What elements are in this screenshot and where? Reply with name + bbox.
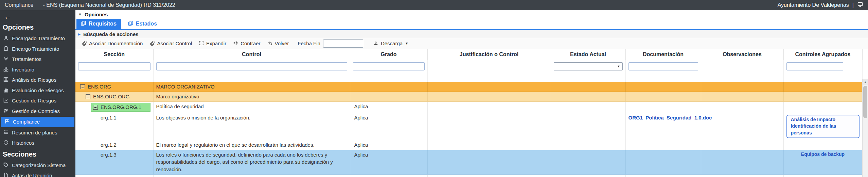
toolbar: Asociar Documentación Asociar Control Ex…: [75, 38, 868, 49]
empty-cell: [551, 174, 625, 177]
empty-cell: [625, 174, 701, 177]
table-row-org-1-2[interactable]: org.1.2 El marco legal y regulatorio en …: [75, 140, 862, 150]
column-header-control: Control: [153, 49, 350, 60]
sidebar-item-categorizacion-sistema[interactable]: Categorización Sistema: [0, 160, 75, 171]
fecha-fin-label: Fecha Fin: [298, 41, 320, 46]
collapse-caret-icon[interactable]: ▼: [78, 12, 82, 16]
cell-controles-agrupados: Equipos de backup: [783, 150, 862, 174]
empty-cell: [701, 82, 783, 92]
sliders-icon: [3, 108, 8, 115]
empty-cell: [701, 102, 783, 113]
sidebar-header-opciones: Opciones: [0, 21, 75, 33]
sidebar-item-encargo-tratamiento[interactable]: Encargo Tratamiento: [0, 44, 75, 54]
asociar-control-button[interactable]: Asociar Control: [146, 39, 195, 48]
download-icon: [373, 41, 378, 46]
tab-estados[interactable]: Estados: [124, 19, 161, 29]
filter-cell-empty: [427, 60, 551, 82]
contraer-button[interactable]: Contraer: [230, 39, 264, 48]
document-link[interactable]: ORG1_Política_Seguridad_1.0.doc: [628, 115, 712, 120]
control-link[interactable]: Análisis de Impacto: [791, 116, 855, 123]
filter-cell: [625, 60, 701, 82]
sidebar-item-label: Evaluación de Riesgos: [12, 88, 64, 94]
cell-documentacion: ORG1_Política_Seguridad_1.0.doc: [625, 113, 701, 140]
empty-cell: [701, 150, 783, 174]
seccion-label: ENS.ORG: [88, 83, 111, 91]
sidebar-item-analisis-de-riesgos[interactable]: Análisis de Riesgos: [0, 75, 75, 85]
column-header-controles-agrupados: Controles Agrupados: [783, 49, 862, 60]
asociar-documentacion-button[interactable]: Asociar Documentación: [78, 39, 146, 48]
seccion-filter-input[interactable]: [78, 62, 150, 70]
vertical-scrollbar[interactable]: ▲: [862, 79, 868, 177]
cell-control: La estructura del comité o los comités p…: [153, 174, 350, 177]
sidebar-item-encargado-tratamiento[interactable]: Encargado Tratamiento: [0, 33, 75, 44]
column-header-grado: Grado: [350, 49, 427, 60]
scroll-up-button[interactable]: ▲: [863, 79, 868, 85]
empty-cell: [783, 174, 862, 177]
expand-caret-icon[interactable]: ▸: [78, 31, 81, 37]
collapse-node-icon[interactable]: [86, 94, 90, 99]
table-row-org-1-1[interactable]: org.1.1 Los objetivos o misión de la org…: [75, 113, 862, 140]
controles-agrupados-filter-input[interactable]: [786, 62, 844, 70]
tab-label: Estados: [136, 21, 157, 27]
empty-cell: [625, 82, 701, 92]
empty-cell: [625, 150, 701, 174]
separator: |: [852, 2, 854, 8]
cell-grado: Aplica: [350, 102, 427, 113]
top-bar-right: Ayuntamiento De Valdepeñas |: [778, 2, 863, 9]
collapse-node-icon[interactable]: [93, 105, 98, 110]
sidebar-item-gestion-de-controles[interactable]: Gestión de Controles: [0, 106, 75, 117]
volver-button[interactable]: Volver: [264, 39, 293, 48]
empty-cell: [427, 92, 551, 102]
empty-cell: [783, 102, 862, 113]
table-row-org-1-4[interactable]: org.1.4 La estructura del comité o los c…: [75, 174, 862, 177]
back-button[interactable]: ←: [0, 10, 75, 21]
table-row-ens-org-org-1[interactable]: ENS.ORG.ORG.1 Política de seguridad Apli…: [75, 102, 862, 113]
search-bar-title: Búsqueda de acciones: [83, 31, 139, 37]
tab-requisitos[interactable]: Requisitos: [76, 19, 121, 29]
fecha-fin-input[interactable]: [323, 39, 363, 48]
button-label: Expandir: [206, 41, 226, 46]
sidebar-item-actas-de-reunion[interactable]: Actas de Reunión: [0, 171, 75, 177]
cell-control: Los roles o funciones de seguridad, defi…: [153, 150, 350, 174]
expandir-button[interactable]: Expandir: [195, 39, 230, 48]
scrollbar-thumb[interactable]: [863, 86, 867, 118]
cell-seccion: org.1.4: [75, 174, 153, 177]
control-link[interactable]: Identificación de las personas: [791, 123, 855, 136]
busqueda-acciones-header[interactable]: ▸ Búsqueda de acciones: [75, 30, 868, 38]
sidebar-item-compliance[interactable]: Compliance: [1, 117, 74, 127]
collapse-node-icon[interactable]: [80, 84, 85, 89]
empty-cell: [551, 102, 625, 113]
table-row-org-1-3[interactable]: org.1.3 Los roles o funciones de segurid…: [75, 150, 862, 174]
empty-cell: [783, 140, 862, 150]
paperclip-icon: [149, 41, 155, 46]
estado-actual-filter-select[interactable]: ▼: [554, 62, 623, 70]
requisitos-table-area: Sección Control Grado Justificación o Co…: [75, 49, 868, 177]
clipboard-icon: [3, 46, 8, 52]
sidebar-item-label: Categorización Sistema: [12, 163, 66, 168]
column-header-seccion: Sección: [75, 49, 153, 60]
sidebar-item-resumen-de-planes[interactable]: Resumen de planes: [0, 128, 75, 138]
documentacion-filter-input[interactable]: [628, 62, 698, 70]
grado-filter-input[interactable]: [353, 62, 425, 70]
empty-cell: [427, 140, 551, 150]
table-row-ens-org-org[interactable]: ENS.ORG.ORG Marco organizativo: [75, 92, 862, 102]
sidebar-item-gestion-de-riesgos[interactable]: Gestión de Riesgos: [0, 96, 75, 106]
empty-cell: [350, 92, 427, 102]
sidebar-item-label: Gestión de Controles: [12, 109, 60, 114]
cell-control: Los objetivos o misión de la organizació…: [153, 113, 350, 140]
control-link[interactable]: Equipos de backup: [786, 151, 860, 158]
sidebar-item-historicos[interactable]: Históricos: [0, 138, 75, 148]
sidebar-item-inventario[interactable]: Inventario: [0, 65, 75, 75]
table-row-ens-org[interactable]: ENS.ORG MARCO ORGANIZATIVO: [75, 82, 862, 92]
cell-seccion: ENS.ORG.ORG: [75, 92, 153, 102]
seccion-label: org.1.3: [101, 151, 117, 159]
sidebar-item-tratamientos[interactable]: Tratamientos: [0, 54, 75, 65]
sidebar-item-label: Tratamientos: [12, 57, 41, 62]
cell-controles-agrupados: Análisis de Impacto Identificación de la…: [783, 113, 862, 140]
monitor-icon[interactable]: [857, 2, 863, 9]
control-filter-input[interactable]: [156, 62, 347, 70]
sidebar-item-evaluacion-de-riesgos[interactable]: Evaluación de Riesgos: [0, 85, 75, 96]
green-level-chip: ENS.ORG.ORG.1: [91, 103, 150, 112]
opciones-panel-header[interactable]: ▼ Opciones: [75, 10, 868, 18]
descarga-button[interactable]: Descarga ▼: [370, 39, 412, 48]
